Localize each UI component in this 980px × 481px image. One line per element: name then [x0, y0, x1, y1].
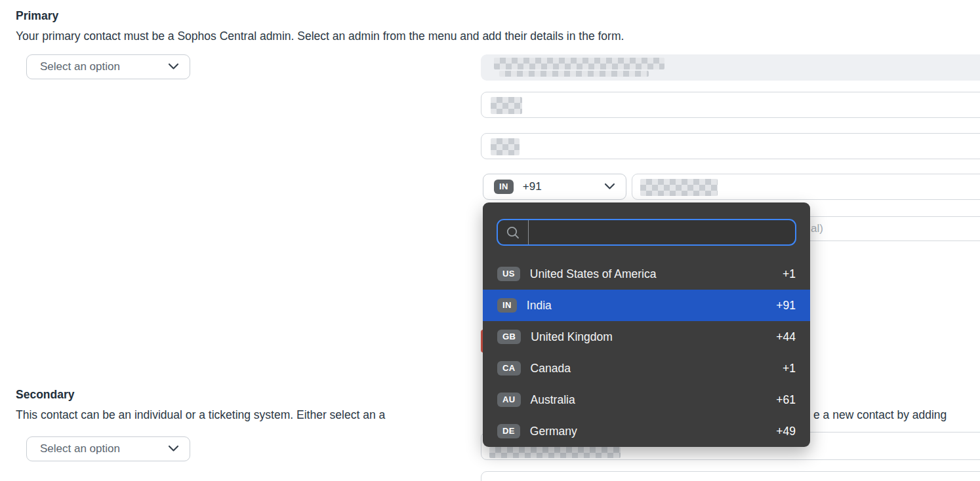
- country-dial-code: +91: [776, 299, 796, 313]
- country-search-box[interactable]: [497, 219, 796, 246]
- country-option-gb[interactable]: GB United Kingdom +44: [483, 321, 810, 353]
- secondary-contact-select[interactable]: Select an option: [26, 436, 190, 461]
- country-option-in[interactable]: IN India +91: [483, 290, 810, 321]
- country-code-select[interactable]: IN +91: [483, 174, 626, 200]
- country-flag-badge: AU: [497, 393, 521, 407]
- country-name-label: United Kingdom: [531, 330, 613, 344]
- country-option-us[interactable]: US United States of America +1: [483, 258, 810, 290]
- country-dial-code: +49: [776, 425, 796, 438]
- country-list: US United States of America +1 IN India …: [483, 258, 810, 447]
- country-name-label: Australia: [531, 393, 575, 407]
- chevron-down-icon: [604, 181, 615, 193]
- country-name-label: Germany: [530, 425, 577, 438]
- primary-section-description: Your primary contact must be a Sophos Ce…: [16, 29, 624, 43]
- country-dial-code: +61: [776, 393, 796, 407]
- country-name-label: United States of America: [530, 267, 657, 281]
- country-flag-badge: DE: [497, 424, 520, 438]
- secondary-section-title: Secondary: [16, 387, 74, 402]
- country-search-input[interactable]: [528, 220, 787, 244]
- contact-text-input-2[interactable]: [481, 133, 980, 159]
- search-icon: [506, 225, 520, 240]
- country-dropdown-panel: US United States of America +1 IN India …: [483, 202, 810, 447]
- dial-code-label: +91: [523, 180, 542, 193]
- chevron-down-icon: [168, 442, 179, 455]
- redacted-text: [494, 58, 664, 69]
- secondary-contact-select-label: Select an option: [40, 442, 120, 455]
- country-dial-code: +1: [783, 362, 796, 375]
- country-flag-badge: IN: [497, 298, 517, 313]
- country-dial-code: +1: [783, 267, 796, 281]
- primary-admin-select-label: Select an option: [40, 60, 120, 73]
- country-flag-badge: GB: [497, 330, 521, 344]
- secondary-section-description-left: This contact can be an individual or a t…: [16, 408, 385, 422]
- country-name-label: India: [527, 299, 552, 313]
- country-name-label: Canada: [531, 362, 571, 375]
- optional-placeholder-fragment: al): [811, 222, 823, 235]
- redacted-text: [489, 447, 621, 458]
- country-dial-code: +44: [776, 330, 796, 344]
- country-option-ca[interactable]: CA Canada +1: [483, 353, 810, 384]
- redacted-text: [491, 138, 520, 155]
- country-option-au[interactable]: AU Australia +61: [483, 384, 810, 415]
- country-flag-badge: IN: [494, 180, 514, 194]
- country-flag-badge: CA: [497, 361, 521, 375]
- primary-admin-select[interactable]: Select an option: [26, 54, 190, 79]
- phone-number-input[interactable]: [632, 174, 980, 200]
- primary-admin-readonly-field: [481, 54, 980, 81]
- contact-text-input-1[interactable]: [481, 92, 980, 118]
- secondary-text-input-2[interactable]: [481, 471, 980, 481]
- redacted-text: [499, 71, 649, 77]
- chevron-down-icon: [168, 60, 179, 73]
- redacted-text: [491, 97, 522, 114]
- country-option-de[interactable]: DE Germany +49: [483, 415, 810, 447]
- primary-section-title: Primary: [16, 9, 58, 23]
- country-flag-badge: US: [497, 267, 520, 281]
- redacted-text: [640, 179, 718, 196]
- secondary-section-description-right: e a new contact by adding: [813, 408, 947, 422]
